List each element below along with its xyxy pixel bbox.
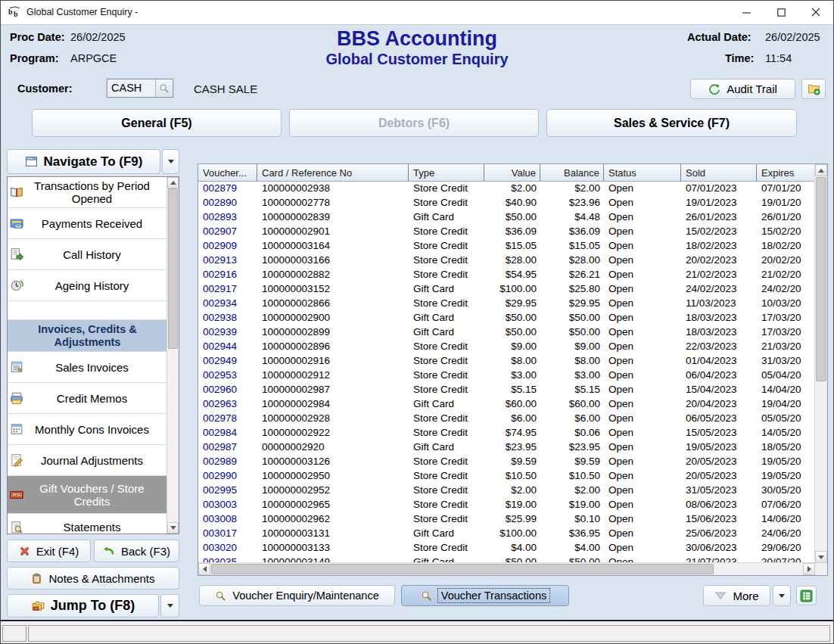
table-row[interactable]: 002989100000003126Store Credit$9.59$9.59…	[198, 454, 815, 468]
voucher-enquiry-button[interactable]: Voucher Enquiry/Maintenance	[199, 585, 395, 606]
table-cell: $9.00	[484, 339, 540, 353]
table-horizontal-scrollbar[interactable]	[198, 562, 815, 575]
voucher-transactions-button[interactable]: Voucher Transactions	[401, 585, 569, 606]
more-dropdown-button[interactable]	[773, 585, 791, 606]
table-row[interactable]: 002916100000002882Store Credit$54.95$26.…	[198, 267, 815, 282]
sidebar-item[interactable]: Sales Invoices	[8, 352, 167, 383]
table-row[interactable]: 002990100000002950Store Credit$10.50$10.…	[198, 468, 815, 483]
sidebar-item[interactable]: Payments Received	[8, 208, 167, 239]
sidebar-item-label: Monthly Cons Invoices	[35, 423, 149, 436]
table-cell: 17/03/20	[757, 310, 815, 325]
table-scroll-up-button[interactable]	[815, 164, 827, 176]
table-row[interactable]: 002984100000002922Store Credit$74.95$0.0…	[198, 425, 815, 440]
table-row[interactable]: 002890100000002778Store Credit$40.90$23.…	[198, 195, 815, 210]
jump-to-button[interactable]: Jump To (F8)	[7, 594, 159, 618]
export-excel-button[interactable]	[796, 586, 817, 605]
audit-recycle-icon	[708, 83, 720, 95]
sidebar-item[interactable]: Ageing History	[8, 270, 167, 301]
table-row[interactable]: 002995100000002952Store Credit$2.00$2.00…	[198, 483, 815, 497]
notes-attachments-button[interactable]: Notes & Attachments	[7, 567, 179, 590]
table-cell: 07/06/20	[757, 497, 815, 512]
table-row[interactable]: 002963100000002984Gift Card$60.00$60.00O…	[198, 397, 815, 411]
table-row[interactable]: 002938100000002900Gift Card$50.00$50.00O…	[198, 310, 815, 325]
tab-debtors-label: Debtors (F6)	[378, 117, 450, 130]
sidebar-item[interactable]: Statements	[8, 514, 167, 534]
column-header[interactable]: Sold	[681, 164, 757, 181]
customer-code-field[interactable]: CASH	[107, 79, 173, 98]
table-scroll-right-button[interactable]	[803, 563, 815, 575]
table-cell: 18/05/20	[757, 440, 815, 454]
column-header[interactable]: Type	[409, 164, 484, 181]
table-scroll-down-button[interactable]	[815, 551, 827, 563]
table-cell: 26/01/20	[757, 210, 815, 224]
table-scroll-left-button[interactable]	[198, 563, 210, 575]
sidebar-item[interactable]: Call History	[8, 239, 167, 270]
attachments-button[interactable]	[801, 79, 826, 99]
table-horizontal-scroll-thumb[interactable]	[211, 564, 714, 574]
customer-lookup-button[interactable]	[155, 79, 173, 97]
table-row[interactable]: 003020100000003133Store Credit$4.00$4.00…	[198, 540, 815, 555]
table-row[interactable]: 002907100000002901Store Credit$36.09$36.…	[198, 224, 815, 238]
minimize-button[interactable]	[729, 1, 764, 23]
table-row[interactable]: 003008100000002962Store Credit$25.99$0.1…	[198, 512, 815, 526]
tab-sales-service[interactable]: Sales & Service (F7)	[546, 109, 797, 137]
table-vertical-scrollbar[interactable]	[814, 164, 827, 563]
sidebar-item[interactable]: Journal Adjustments	[8, 445, 167, 476]
more-button[interactable]: More	[703, 585, 770, 606]
table-row[interactable]: 002978100000002928Store Credit$6.00$6.00…	[198, 411, 815, 425]
table-cell: Open	[604, 382, 681, 397]
table-cell: $60.00	[540, 397, 604, 411]
back-button[interactable]: Back (F3)	[94, 540, 179, 562]
sidebar-item[interactable]: Transactions by Period Opened	[8, 177, 167, 208]
sidebar-scroll-thumb[interactable]	[168, 188, 178, 349]
close-icon	[811, 8, 820, 17]
navigate-to-button[interactable]: Navigate To (F9)	[7, 149, 160, 174]
table-row[interactable]: 002949100000002916Store Credit$8.00$8.00…	[198, 353, 815, 368]
table-row[interactable]: 002960100000002987Store Credit$5.15$5.15…	[198, 382, 815, 397]
navigate-to-dropdown-button[interactable]	[162, 149, 179, 174]
exit-button[interactable]: Exit (F4)	[7, 540, 91, 562]
table-row[interactable]: 002917100000003152Gift Card$100.00$25.80…	[198, 282, 815, 296]
column-header[interactable]: Expires	[757, 164, 815, 181]
page-subtitle: Global Customer Enquiry	[1, 51, 833, 68]
maximize-button[interactable]	[764, 1, 798, 23]
sidebar-item[interactable]: Credit Memos	[8, 383, 167, 414]
table-row[interactable]: 002893100000002839Gift Card$50.00$4.48Op…	[198, 210, 815, 224]
table-row[interactable]: 003003100000002965Store Credit$19.00$19.…	[198, 497, 815, 512]
table-cell: 14/06/20	[757, 512, 815, 526]
column-header[interactable]: Balance	[540, 164, 604, 181]
column-header[interactable]: Card / Reference No	[257, 164, 409, 181]
table-cell: 21/02/2023	[681, 267, 757, 282]
sidebar-item[interactable]: GIFTGift Vouchers / Store Credits	[8, 476, 167, 514]
column-header[interactable]: Value	[484, 164, 540, 181]
tab-general[interactable]: General (F5)	[32, 109, 282, 137]
column-header[interactable]: Status	[604, 164, 681, 181]
column-header[interactable]: Voucher...	[198, 164, 257, 181]
sidebar-scroll-down-button[interactable]	[167, 522, 179, 534]
sidebar-scrollbar[interactable]	[166, 177, 179, 534]
table-row[interactable]: 00298700000002920Gift Card$23.95$23.95Op…	[198, 440, 815, 454]
table-row[interactable]: 002879100000002938Store Credit$2.00$2.00…	[198, 181, 815, 195]
table-row[interactable]: 002944100000002896Store Credit$9.00$9.00…	[198, 339, 815, 353]
sidebar-scroll-up-button[interactable]	[167, 177, 179, 188]
close-button[interactable]	[798, 1, 833, 23]
table-cell: 100000003131	[257, 526, 409, 540]
table-row[interactable]: 002934100000002866Store Credit$29.95$29.…	[198, 296, 815, 310]
table-cell: $3.00	[540, 368, 604, 382]
table-row[interactable]: 002909100000003164Store Credit$15.05$15.…	[198, 238, 815, 253]
table-cell: 002978	[198, 411, 257, 425]
table-row[interactable]: 002913100000003166Store Credit$28.00$28.…	[198, 253, 815, 267]
jump-to-dropdown-button[interactable]	[160, 594, 179, 618]
audit-trail-button[interactable]: Audit Trail	[690, 79, 795, 99]
table-cell: Store Credit	[409, 238, 484, 253]
table-row[interactable]: 002939100000002899Gift Card$50.00$50.00O…	[198, 325, 815, 339]
sidebar-item-label: Gift Vouchers / Store Credits	[23, 482, 161, 508]
table-vertical-scroll-thumb[interactable]	[816, 177, 826, 381]
export-excel-icon	[800, 590, 813, 602]
table-cell: Open	[604, 526, 681, 540]
table-row[interactable]: 003017100000003131Gift Card$100.00$36.95…	[198, 526, 815, 540]
table-cell: $28.00	[484, 253, 540, 267]
window-title: Global Customer Enquiry -	[26, 7, 138, 17]
sidebar-item[interactable]: Monthly Cons Invoices	[8, 414, 167, 445]
table-row[interactable]: 002953100000002912Store Credit$3.00$3.00…	[198, 368, 815, 382]
